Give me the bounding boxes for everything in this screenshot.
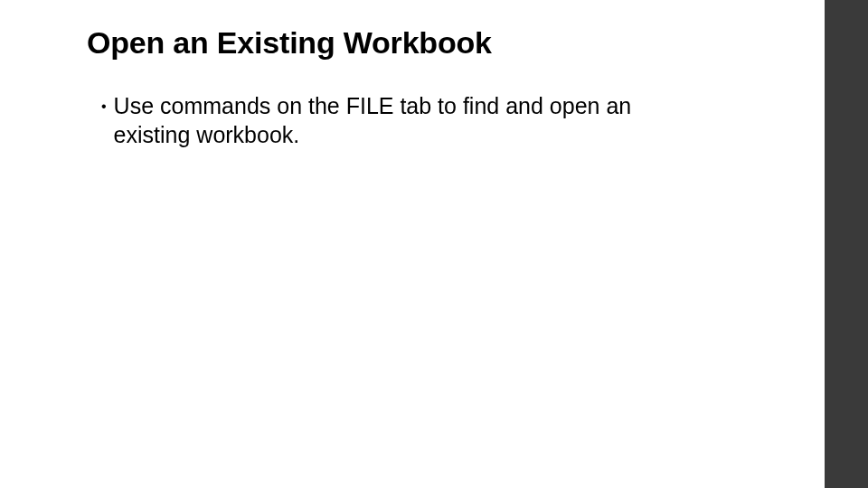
slide-sidebar-accent: [825, 0, 868, 488]
bullet-text: Use commands on the FILE tab to find and…: [114, 91, 711, 149]
slide-content: Open an Existing Workbook • Use commands…: [0, 0, 825, 149]
slide-title: Open an Existing Workbook: [87, 25, 770, 61]
bullet-item: • Use commands on the FILE tab to find a…: [87, 91, 770, 149]
bullet-marker: •: [101, 93, 107, 120]
